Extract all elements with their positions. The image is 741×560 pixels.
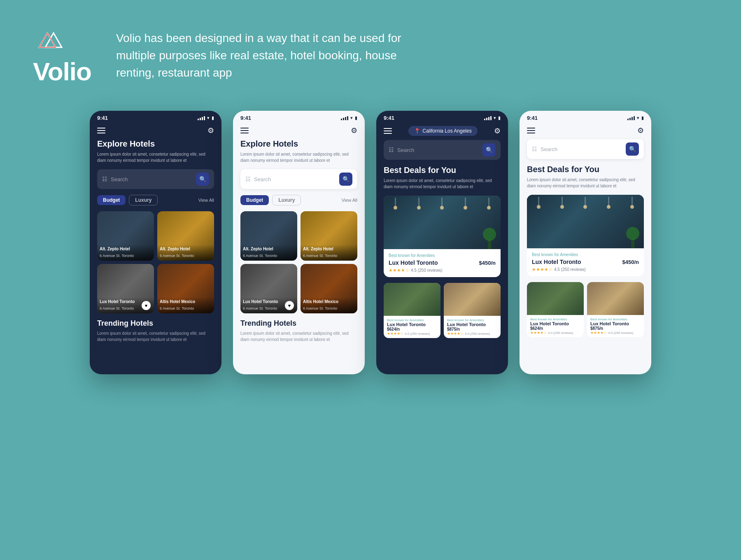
hotel-name-price-4: Lux Hotel Toronto $450/n bbox=[532, 259, 639, 265]
explore-title-1: Explore Hotels bbox=[97, 139, 214, 149]
hamburger-icon-2[interactable] bbox=[240, 128, 249, 133]
tab-luxury-1[interactable]: Luxury bbox=[129, 195, 158, 205]
small-hotel-card-4b: Best known for Amenities Lux Hotel Toron… bbox=[587, 282, 644, 337]
hotel-card-small-1d: Altis Hotel Mexico 6 Avenue St. Toronto bbox=[157, 264, 214, 313]
hotels-grid-1: Alt. Zepto Hotel 6 Avenue St. Toronto Al… bbox=[97, 211, 214, 313]
signal-icon-4 bbox=[627, 116, 635, 120]
phone-mockup-1: 9:41 ▾ ▮ ⚙ Explore Hotels Lorem ipsum do… bbox=[90, 111, 221, 374]
phone-content-3: ☷ Search 🔍 Best Deals for You Lorem ipsu… bbox=[376, 140, 508, 338]
small-cards-row-4: Best known for Amenities Lux Hotel Toron… bbox=[527, 282, 644, 337]
small-price-4b: $875/n bbox=[590, 326, 641, 331]
hotel-loc-1b: 6 Avenue St. Toronto bbox=[160, 254, 194, 258]
volio-logo-icon bbox=[33, 25, 66, 54]
deals-desc-4: Lorem ipsum dolor sit amet, consetetur s… bbox=[527, 177, 644, 189]
search-bar-2[interactable]: ☷ Search 🔍 bbox=[240, 169, 357, 189]
filter-icon-4: ☷ bbox=[532, 146, 537, 152]
search-icon-2: 🔍 bbox=[343, 176, 350, 182]
search-button-3[interactable]: 🔍 bbox=[482, 143, 496, 156]
battery-icon-4: ▮ bbox=[641, 115, 644, 121]
hotel-card-small-2b: Alt. Zepto Hotel 6 Avenue St. Toronto bbox=[301, 211, 357, 261]
svg-marker-1 bbox=[45, 33, 62, 47]
phone-content-1: Explore Hotels Lorem ipsum dolor sit ame… bbox=[90, 139, 221, 343]
hotels-grid-2: Alt. Zepto Hotel 6 Avenue St. Toronto Al… bbox=[240, 211, 357, 313]
status-bar-2: 9:41 ▾ ▮ bbox=[233, 111, 365, 124]
gear-icon-1[interactable]: ⚙ bbox=[207, 126, 214, 135]
filter-icon-1: ☷ bbox=[102, 176, 107, 182]
small-tag-3a: Best known for Amenities bbox=[387, 318, 437, 322]
search-bar-3[interactable]: ☷ Search 🔍 bbox=[384, 140, 501, 160]
filter-tabs-2: Budget Luxury View All bbox=[240, 195, 357, 205]
hotel-name-1b: Alt. Zepto Hotel bbox=[160, 247, 212, 251]
small-hotel-card-4a: Best known for Amenities Lux Hotel Toron… bbox=[527, 282, 584, 337]
gear-icon-3[interactable]: ⚙ bbox=[494, 126, 501, 135]
heart-btn-2c[interactable]: ♥ bbox=[285, 301, 294, 310]
phone-mockup-2: 9:41 ▾ ▮ ⚙ Explore Hotels Lorem ipsum do… bbox=[233, 111, 365, 374]
view-all-1[interactable]: View All bbox=[198, 198, 214, 203]
hamburger-icon-3[interactable] bbox=[384, 128, 392, 134]
stars-4: ★★★★☆ bbox=[532, 267, 552, 272]
hotel-card-small-1b: Alt. Zepto Hotel 6 Avenue St. Toronto bbox=[157, 211, 214, 261]
featured-hotel-card-3: Best known for Amenities Lux Hotel Toron… bbox=[384, 196, 501, 277]
nav-bar-4: ⚙ bbox=[520, 124, 651, 139]
small-hotel-body-3b: Best known for Amenities Lux Hotel Toron… bbox=[444, 316, 501, 338]
search-bar-4[interactable]: ☷ Search 🔍 bbox=[527, 139, 644, 159]
hotel-loc-2b: 6 Avenue St. Toronto bbox=[303, 254, 337, 258]
featured-hotel-name-3: Lux Hotel Toronto bbox=[389, 259, 438, 266]
trending-title-1: Trending Hotels bbox=[97, 319, 214, 328]
signal-icon-3 bbox=[484, 116, 492, 120]
status-icons-3: ▾ ▮ bbox=[484, 115, 501, 121]
small-reviews-3b: 4.0 (250 reviews) bbox=[465, 332, 490, 336]
search-button-4[interactable]: 🔍 bbox=[626, 142, 639, 156]
tab-budget-1[interactable]: Budget bbox=[97, 195, 126, 205]
heart-btn-1c[interactable]: ♥ bbox=[142, 301, 151, 310]
deals-title-3: Best Deals for You bbox=[384, 166, 501, 175]
location-pill-3[interactable]: 📍 California Los Angeles bbox=[408, 126, 477, 136]
status-time-3: 9:41 bbox=[384, 115, 394, 121]
search-icon-1: 🔍 bbox=[199, 176, 206, 182]
hamburger-icon-1[interactable] bbox=[97, 128, 105, 133]
search-icon-4: 🔍 bbox=[629, 146, 636, 152]
small-cards-row-3: Best known for Amenities Lux Hotel Toron… bbox=[384, 283, 501, 338]
hamburger-icon-4[interactable] bbox=[527, 128, 535, 133]
small-price-4a: $624/n bbox=[530, 326, 580, 331]
small-tag-4b: Best known for Amenities bbox=[590, 317, 641, 321]
view-all-2[interactable]: View All bbox=[342, 198, 357, 203]
small-stars-3b: ★★★★☆ bbox=[447, 331, 464, 336]
nav-bar-1: ⚙ bbox=[90, 124, 221, 139]
phone-content-4: ☷ Search 🔍 Best Deals for You Lorem ipsu… bbox=[520, 139, 651, 337]
wifi-icon-2: ▾ bbox=[350, 115, 353, 121]
stars-3: ★★★★☆ bbox=[389, 268, 409, 273]
small-hotel-card-3a: Best known for Amenities Lux Hotel Toron… bbox=[384, 283, 440, 338]
featured-hotel-price-4: $450/n bbox=[622, 259, 639, 265]
filter-icon-3: ☷ bbox=[389, 147, 394, 153]
status-bar-1: 9:41 ▾ ▮ bbox=[90, 111, 221, 124]
small-reviews-3a: 4.0 (250 reviews) bbox=[405, 332, 430, 336]
gear-icon-2[interactable]: ⚙ bbox=[351, 126, 357, 135]
tab-budget-2[interactable]: Budget bbox=[240, 195, 269, 205]
status-time-2: 9:41 bbox=[240, 115, 251, 121]
small-name-4b: Lux Hotel Toronto bbox=[590, 321, 641, 326]
explore-title-2: Explore Hotels bbox=[240, 139, 357, 149]
search-button-1[interactable]: 🔍 bbox=[196, 173, 209, 186]
hotel-name-2b: Alt. Zepto Hotel bbox=[303, 247, 355, 251]
status-time-1: 9:41 bbox=[97, 115, 108, 121]
small-reviews-4a: 4.0 (250 reviews) bbox=[548, 331, 573, 335]
search-bar-1[interactable]: ☷ Search 🔍 bbox=[97, 169, 214, 189]
trending-desc-1: Lorem ipsum dolor sit amet, consetetur s… bbox=[97, 330, 214, 343]
logo-text: Volio bbox=[33, 57, 91, 86]
nav-bar-2: ⚙ bbox=[233, 124, 365, 139]
small-hotel-body-4a: Best known for Amenities Lux Hotel Toron… bbox=[527, 315, 584, 337]
best-known-tag-4: Best known for Amenities bbox=[532, 252, 639, 257]
trending-desc-2: Lorem ipsum dolor sit amet, consetetur s… bbox=[240, 330, 357, 343]
filter-icon-2: ☷ bbox=[245, 176, 251, 182]
status-bar-3: 9:41 ▾ ▮ bbox=[376, 111, 508, 124]
tab-luxury-2[interactable]: Luxury bbox=[272, 195, 301, 205]
gear-icon-4[interactable]: ⚙ bbox=[637, 126, 644, 135]
svg-marker-0 bbox=[39, 33, 56, 47]
featured-hotel-image-3 bbox=[384, 196, 501, 249]
filter-tabs-1: Budget Luxury View All bbox=[97, 195, 214, 205]
rating-text-4: 4.5 (250 reviews) bbox=[554, 267, 586, 272]
search-button-2[interactable]: 🔍 bbox=[339, 173, 352, 186]
featured-hotel-name-4: Lux Hotel Toronto bbox=[532, 259, 581, 265]
small-stars-4b: ★★★★☆ bbox=[590, 331, 607, 335]
